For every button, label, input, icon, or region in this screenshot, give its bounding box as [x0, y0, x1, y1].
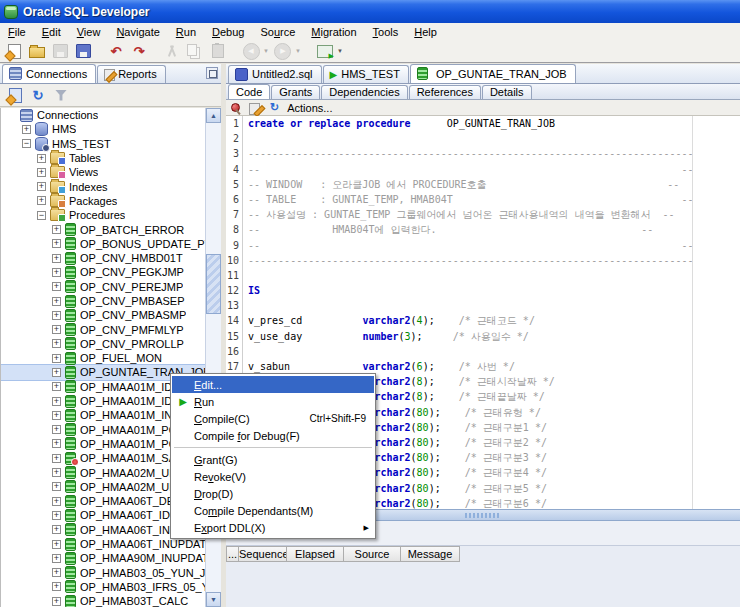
menu-source[interactable]: Source	[252, 25, 303, 39]
menu-edit[interactable]: Edit	[34, 25, 69, 39]
collapse-icon[interactable]: −	[22, 139, 31, 148]
scroll-down-button[interactable]: ▼	[206, 592, 221, 607]
panel-collapse-button[interactable]	[206, 67, 218, 79]
context-menu-item-compile-c[interactable]: Compile(C)Ctrl+Shift-F9	[172, 410, 374, 427]
expand-icon[interactable]: +	[52, 568, 61, 577]
expand-icon[interactable]: +	[52, 239, 61, 248]
forward-dropdown[interactable]: ▼	[295, 48, 301, 54]
cut-button[interactable]	[161, 41, 183, 61]
tree-node-views[interactable]: +Views	[1, 165, 206, 179]
code-line[interactable]: 5-- WINDOW : 오라클JOB 에서 PROCEDURE호출 --	[226, 177, 740, 192]
code-line[interactable]: 6-- TABLE : GUNTAE_TEMP, HMAB04T --	[226, 192, 740, 207]
expand-icon[interactable]: +	[52, 297, 61, 306]
tree-node-op-cnv-perejmp[interactable]: +OP_CNV_PEREJMP	[1, 280, 206, 294]
expand-icon[interactable]: +	[52, 482, 61, 491]
tab-grants[interactable]: Grants	[271, 85, 320, 99]
code-line[interactable]: 1create or replace procedure OP_GUNTAE_T…	[226, 116, 740, 131]
tree-node-op-cnv-pmfmlyp[interactable]: +OP_CNV_PMFMLYP	[1, 322, 206, 336]
tab-references[interactable]: References	[409, 85, 481, 99]
back-dropdown[interactable]: ▼	[263, 48, 269, 54]
expand-icon[interactable]: +	[52, 554, 61, 563]
code-line[interactable]: 9-- --	[226, 238, 740, 253]
expand-icon[interactable]: +	[37, 196, 46, 205]
column-header[interactable]: Elapsed	[287, 546, 344, 562]
expand-icon[interactable]: +	[52, 439, 61, 448]
column-header[interactable]: Sequence	[239, 546, 287, 562]
forward-button[interactable]: ▶	[272, 41, 294, 61]
expand-icon[interactable]: +	[52, 454, 61, 463]
actions-button[interactable]: Actions...	[287, 102, 332, 114]
menu-help[interactable]: Help	[406, 25, 445, 39]
expand-icon[interactable]: +	[52, 354, 61, 363]
tree-node-hms[interactable]: +HMS	[1, 122, 206, 136]
open-button[interactable]	[26, 41, 48, 61]
expand-icon[interactable]: +	[52, 511, 61, 520]
menu-migration[interactable]: Migration	[303, 25, 364, 39]
context-menu-item-drop-d[interactable]: Drop(D)	[172, 485, 374, 502]
paste-button[interactable]	[207, 41, 229, 61]
expand-icon[interactable]: +	[52, 540, 61, 549]
sql-worksheet-dropdown[interactable]: ▼	[337, 48, 343, 54]
code-line[interactable]: 7-- 사용설명 : GUNTAE_TEMP 그룹웨어에서 넘어온 근태사용내역…	[226, 207, 740, 222]
expand-icon[interactable]: +	[52, 425, 61, 434]
tree-node-packages[interactable]: +Packages	[1, 194, 206, 208]
undo-button[interactable]: ↶	[105, 41, 127, 61]
tree-node-op-cnv-pmbasep[interactable]: +OP_CNV_PMBASEP	[1, 294, 206, 308]
expand-icon[interactable]: +	[52, 582, 61, 591]
tab-connections[interactable]: Connections	[2, 64, 96, 83]
code-line[interactable]: 2	[226, 131, 740, 146]
tree-node-hms-test[interactable]: −HMS_TEST	[1, 137, 206, 151]
code-line[interactable]: 13	[226, 298, 740, 313]
menu-file[interactable]: File	[0, 25, 34, 39]
context-menu-item-grant-g[interactable]: Grant(G)	[172, 451, 374, 468]
tree-node-tables[interactable]: +Tables	[1, 151, 206, 165]
code-line[interactable]: 10--------------------------------------…	[226, 253, 740, 268]
menu-tools[interactable]: Tools	[365, 25, 407, 39]
expand-icon[interactable]: +	[52, 282, 61, 291]
code-line[interactable]: 12IS	[226, 283, 740, 298]
edit-pencil-icon[interactable]	[249, 102, 262, 114]
sql-worksheet-button[interactable]	[314, 41, 336, 61]
refresh-button[interactable]: ↻	[27, 85, 49, 105]
tree-node-indexes[interactable]: +Indexes	[1, 179, 206, 193]
expand-icon[interactable]: +	[52, 397, 61, 406]
expand-icon[interactable]: +	[52, 339, 61, 348]
column-header[interactable]: Message	[401, 546, 460, 562]
tree-node-op-batch-error[interactable]: +OP_BATCH_ERROR	[1, 222, 206, 236]
code-line[interactable]: 14v_pres_cd varchar2(4); /* 근태코드 */	[226, 313, 740, 328]
save-all-button[interactable]	[72, 41, 94, 61]
expand-icon[interactable]: +	[52, 411, 61, 420]
context-menu-item-revoke-v[interactable]: Revoke(V)	[172, 468, 374, 485]
back-button[interactable]: ◀	[240, 41, 262, 61]
add-connection-button[interactable]	[4, 85, 26, 105]
tab-op-guntae-tran-job[interactable]: OP_GUNTAE_TRAN_JOB	[410, 64, 576, 83]
scroll-up-button[interactable]: ▲	[206, 108, 221, 123]
tab-hms-test[interactable]: ▶ HMS_TEST	[323, 65, 409, 83]
expand-icon[interactable]: +	[52, 525, 61, 534]
expand-icon[interactable]: +	[37, 154, 46, 163]
expand-icon[interactable]: +	[52, 325, 61, 334]
tree-node-op-fuel-mon[interactable]: +OP_FUEL_MON	[1, 351, 206, 365]
tree-node-op-hmab03t-calc[interactable]: +OP_HMAB03T_CALC	[1, 594, 206, 607]
context-menu-item-run[interactable]: ▶Run	[172, 393, 374, 410]
expand-icon[interactable]: +	[52, 497, 61, 506]
code-line[interactable]: 17v_sabun varchar2(6); /* 사번 */	[226, 359, 740, 374]
code-line[interactable]: 11	[226, 268, 740, 283]
expand-icon[interactable]: +	[37, 168, 46, 177]
scrollbar-thumb[interactable]	[206, 254, 221, 314]
menu-navigate[interactable]: Navigate	[108, 25, 167, 39]
tree-node-connections[interactable]: Connections	[1, 108, 206, 122]
menu-run[interactable]: Run	[168, 25, 204, 39]
tab-reports[interactable]: Reports	[97, 65, 166, 83]
code-line[interactable]: 4-- --	[226, 162, 740, 177]
expand-icon[interactable]: +	[52, 268, 61, 277]
tree-node-op-hmaa90m-inupdate[interactable]: +OP_HMAA90M_INUPDATE	[1, 551, 206, 565]
context-menu-item-compile-for-debug-f[interactable]: Compile for Debug(F)	[172, 427, 374, 444]
expand-icon[interactable]: +	[52, 254, 61, 263]
code-line[interactable]: 15v_use_day number(3); /* 사용일수 */	[226, 329, 740, 344]
tab-untitled2-sql[interactable]: Untitled2.sql	[228, 65, 322, 83]
tree-node-op-bonus-update-pyba12t[interactable]: +OP_BONUS_UPDATE_PYBA12T	[1, 237, 206, 251]
expand-icon[interactable]: +	[37, 182, 46, 191]
tree-node-op-cnv-pmbasmp[interactable]: +OP_CNV_PMBASMP	[1, 308, 206, 322]
tree-node-op-hmab03-ifrs-05-yun-ju[interactable]: +OP_HMAB03_IFRS_05_YUN_JU	[1, 580, 206, 594]
